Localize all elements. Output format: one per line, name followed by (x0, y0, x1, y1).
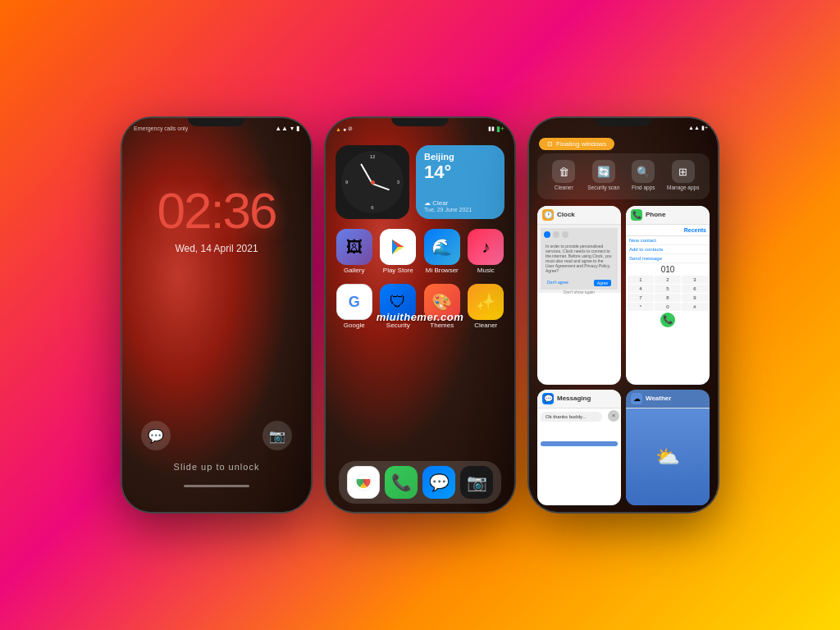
app-gallery[interactable]: 🖼 Gallery (334, 229, 375, 274)
browser-icon: 🌊 (424, 229, 460, 265)
clock-card-icon: 🕐 (542, 209, 554, 221)
clock-preview: In order to provide personalised service… (541, 228, 618, 290)
lock-date: Wed, 14 April 2021 (175, 243, 258, 254)
signal-icon: ▲▲ (688, 125, 700, 131)
key-star[interactable]: * (628, 303, 654, 311)
app-playstore[interactable]: Play Store (378, 229, 419, 274)
battery-icon: ▮ (296, 125, 299, 132)
homescreen-bg: ▲ ● ⊘ ▮▮ ▮+ 12 3 6 9 (326, 118, 514, 512)
clock-card-body: In order to provide personalised service… (537, 225, 621, 293)
clock-card-header: 🕐 Clock (537, 206, 621, 225)
wechat-icon[interactable]: 💬 (141, 421, 171, 450)
phone-recents: ▲▲ ▮+ ⊡ Floating windows 🗑 Cleaner 🔄 Sec… (529, 118, 718, 512)
recents-tab: Recents (626, 225, 710, 236)
app-row-2: G Google 🛡 Security 🎨 Themes ✨ Cleaner (326, 281, 514, 332)
playstore-label: Play Store (383, 267, 413, 274)
playstore-icon (380, 229, 416, 265)
weather-widget[interactable]: Beijing 14° ☁ Clear Tue, 29 June 2021 (416, 145, 504, 219)
weather-card-header: ☁ Weather (626, 390, 710, 409)
messaging-card-header: 💬 Messaging (537, 390, 621, 409)
recent-card-messaging[interactable]: 💬 Messaging Ok thanks buddy... × (537, 390, 621, 505)
quick-actions-panel: 🗑 Cleaner 🔄 Security scan 🔍 Find apps ⊞ … (537, 153, 710, 199)
findapps-quick-label: Find apps (632, 185, 655, 191)
qa-manageapps[interactable]: ⊞ Manage apps (665, 157, 702, 194)
battery-icon: ▮+ (701, 125, 708, 131)
close-button[interactable]: × (608, 410, 619, 422)
weather-card-title: Weather (646, 395, 671, 402)
app-cleaner[interactable]: ✨ Cleaner (466, 284, 507, 329)
key-8[interactable]: 8 (655, 294, 681, 302)
recent-card-phone[interactable]: 📞 Phone Recents New contact Add to conta… (626, 206, 710, 385)
lockscreen-shortcut-icons: 💬 📷 (141, 421, 292, 450)
cleaner-quick-icon: 🗑 (552, 160, 575, 183)
security-quick-label: Security scan (587, 185, 619, 191)
watermark: miuithemer.com (377, 311, 464, 323)
hs-status-bar: ▲ ● ⊘ ▮▮ ▮+ (326, 118, 514, 133)
app-browser[interactable]: 🌊 Mi Browser (422, 229, 463, 274)
recents-screen: ▲▲ ▮+ ⊡ Floating windows 🗑 Cleaner 🔄 Sec… (529, 118, 718, 512)
gallery-icon: 🖼 (336, 229, 372, 265)
rc-status-bar: ▲▲ ▮+ (529, 118, 718, 131)
lockscreen-bg: Emergency calls only ▲▲ ▾ ▮ 02:36 Wed, 1… (122, 118, 311, 512)
manageapps-quick-label: Manage apps (667, 185, 699, 191)
qa-security[interactable]: 🔄 Security scan (586, 157, 623, 194)
phone-card-header: 📞 Phone (626, 206, 710, 225)
key-hash[interactable]: # (682, 303, 708, 311)
app-dock: 📞 💬 📷 (339, 461, 501, 504)
phone-card-title: Phone (646, 211, 665, 218)
clock-center-dot (371, 180, 375, 185)
camera-icon[interactable]: 📷 (262, 421, 292, 450)
floating-windows-pill[interactable]: ⊡ Floating windows (539, 138, 614, 150)
recent-card-clock[interactable]: 🕐 Clock In order to provide pe (537, 206, 621, 385)
key-9[interactable]: 9 (682, 294, 708, 302)
contact-option-2: Add to contacts (626, 245, 710, 254)
messages-dock-icon[interactable]: 💬 (422, 466, 455, 499)
hs-status-left: ▲ ● ⊘ (336, 126, 353, 132)
qa-cleaner[interactable]: 🗑 Cleaner (546, 157, 582, 194)
music-icon: ♪ (468, 229, 504, 265)
weather-temp: 14° (424, 162, 496, 183)
call-button[interactable]: 📞 (660, 313, 675, 327)
browser-label: Mi Browser (426, 267, 459, 274)
phone-dock-icon[interactable]: 📞 (385, 466, 418, 499)
camera-dock-icon[interactable]: 📷 (460, 466, 493, 499)
recents-bg: ▲▲ ▮+ ⊡ Floating windows 🗑 Cleaner 🔄 Sec… (529, 118, 718, 512)
clock-num-6: 6 (371, 205, 373, 210)
signal-icon: ▲▲ (275, 125, 288, 132)
dial-number: 010 (626, 263, 710, 276)
phone-card-body: Recents New contact Add to contacts Send… (626, 225, 710, 327)
window-icon: ⊡ (547, 140, 553, 148)
hs-status-right: ▮▮ ▮+ (488, 125, 504, 133)
weather-card-icon: ☁ (631, 393, 642, 404)
key-1[interactable]: 1 (628, 276, 654, 284)
battery-full-icon: ▮+ (496, 125, 504, 133)
key-6[interactable]: 6 (682, 285, 708, 293)
key-3[interactable]: 3 (682, 276, 708, 284)
contact-option-1: New contact (626, 236, 710, 245)
key-4[interactable]: 4 (628, 285, 654, 293)
cleaner-quick-label: Cleaner (555, 185, 573, 191)
app-music[interactable]: ♪ Music (466, 229, 507, 274)
key-0[interactable]: 0 (655, 303, 681, 311)
findapps-quick-icon: 🔍 (632, 160, 655, 183)
key-2[interactable]: 2 (655, 276, 681, 284)
key-5[interactable]: 5 (655, 285, 681, 293)
clock-widget[interactable]: 12 3 6 9 (336, 145, 409, 219)
recent-card-weather[interactable]: ☁ Weather ⛅ (626, 390, 710, 505)
battery-level: ▮▮ (488, 126, 495, 132)
qa-findapps[interactable]: 🔍 Find apps (625, 157, 662, 194)
dot-icon: ● (343, 126, 346, 132)
clock-num-12: 12 (370, 154, 376, 159)
status-bar: Emergency calls only ▲▲ ▾ ▮ (122, 118, 311, 132)
nav-bar (541, 441, 618, 446)
phone-keypad: 1 2 3 4 5 6 7 8 9 * 0 # (626, 276, 710, 311)
key-7[interactable]: 7 (628, 294, 654, 302)
security-quick-icon: 🔄 (592, 160, 615, 183)
app-google[interactable]: G Google (334, 284, 375, 329)
gallery-label: Gallery (344, 267, 364, 274)
messaging-card-icon: 💬 (542, 393, 554, 404)
weather-cloud-icon: ⛅ (655, 445, 680, 468)
weather-city: Beijing (424, 152, 496, 162)
alert-icon: ▲ (336, 126, 341, 132)
chrome-dock-icon[interactable] (347, 466, 380, 499)
